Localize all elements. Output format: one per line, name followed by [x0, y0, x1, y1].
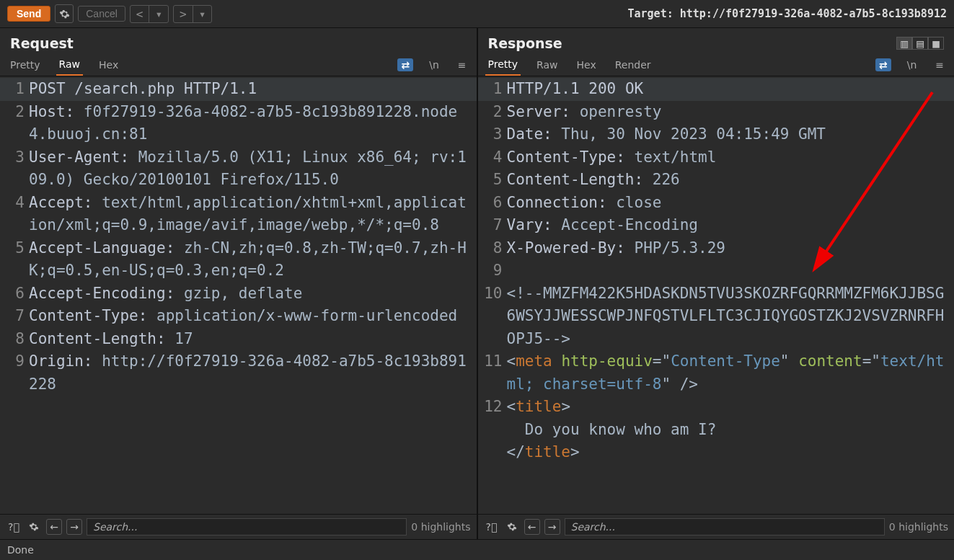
line-number: 8	[0, 328, 29, 351]
layout-columns-icon[interactable]: ▥	[896, 37, 912, 50]
code-content[interactable]: Accept: text/html,application/xhtml+xml,…	[29, 192, 477, 237]
layout-single-icon[interactable]: ■	[928, 37, 944, 50]
code-content[interactable]: Origin: http://f0f27919-326a-4082-a7b5-8…	[29, 350, 477, 396]
line-number: 11	[478, 350, 507, 373]
editor-line[interactable]: 7Content-Type: application/x-www-form-ur…	[0, 305, 477, 328]
editor-line[interactable]: 11<meta http-equiv="Content-Type" conten…	[478, 350, 955, 396]
code-content[interactable]: <meta http-equiv="Content-Type" content=…	[507, 350, 955, 396]
editor-line[interactable]: 3Date: Thu, 30 Nov 2023 04:15:49 GMT	[478, 123, 955, 146]
editor-line[interactable]: 3User-Agent: Mozilla/5.0 (X11; Linux x86…	[0, 146, 477, 192]
arrow-left-icon[interactable]: ←	[46, 519, 62, 535]
help-icon[interactable]: ?⃝	[484, 519, 500, 535]
dropdown-back-icon[interactable]: ▾	[149, 6, 168, 22]
editor-line[interactable]: 2Host: f0f27919-326a-4082-a7b5-8c193b891…	[0, 101, 477, 146]
chevron-left-icon[interactable]: <	[131, 6, 150, 22]
request-editor[interactable]: 1POST /search.php HTTP/1.12Host: f0f2791…	[0, 76, 477, 514]
inspector-icon[interactable]: ⇄	[397, 58, 413, 71]
editor-line[interactable]: 1HTTP/1.1 200 OK	[478, 78, 955, 101]
line-number: 4	[0, 192, 29, 215]
tab-hex[interactable]: Hex	[573, 55, 599, 75]
code-content[interactable]: User-Agent: Mozilla/5.0 (X11; Linux x86_…	[29, 146, 477, 192]
code-content[interactable]: Server: openresty	[507, 101, 955, 124]
editor-line[interactable]: 8X-Powered-By: PHP/5.3.29	[478, 237, 955, 260]
editor-line[interactable]: 7Vary: Accept-Encoding	[478, 214, 955, 237]
tab-pretty[interactable]: Pretty	[485, 54, 521, 76]
editor-line[interactable]: 10<!--MMZFM422K5HDASKDN5TVU3SKOZRFGQRRMM…	[478, 283, 955, 351]
tab-hex[interactable]: Hex	[96, 55, 121, 75]
inspector-icon[interactable]: ⇄	[875, 58, 891, 71]
code-content[interactable]: Accept-Encoding: gzip, deflate	[29, 283, 477, 306]
response-search-input[interactable]: Search...	[565, 518, 885, 535]
editor-line[interactable]: 9Origin: http://f0f27919-326a-4082-a7b5-…	[0, 350, 477, 396]
newline-icon[interactable]: \n	[426, 58, 442, 72]
line-number: 5	[478, 169, 507, 192]
line-number: 2	[0, 101, 29, 124]
arrow-right-icon[interactable]: →	[544, 519, 560, 535]
code-content[interactable]: <title> Do you know who am I? </title>	[507, 396, 955, 464]
line-number: 10	[478, 283, 507, 306]
tab-pretty[interactable]: Pretty	[7, 55, 43, 75]
editor-line[interactable]: 6Accept-Encoding: gzip, deflate	[0, 283, 477, 306]
code-content[interactable]: Content-Type: text/html	[507, 146, 955, 169]
status-bar: Done	[0, 539, 954, 560]
editor-line[interactable]: 5Content-Length: 226	[478, 169, 955, 192]
history-forward-group[interactable]: > ▾	[173, 5, 212, 23]
gear-icon[interactable]	[504, 519, 520, 535]
tab-render[interactable]: Render	[612, 55, 654, 75]
line-number: 9	[0, 350, 29, 373]
help-icon[interactable]: ?⃝	[6, 519, 22, 535]
hamburger-icon[interactable]: ≡	[932, 58, 947, 72]
dropdown-forward-icon[interactable]: ▾	[193, 6, 212, 22]
code-content[interactable]: POST /search.php HTTP/1.1	[29, 78, 477, 101]
send-button[interactable]: Send	[7, 6, 50, 22]
gear-icon[interactable]	[55, 4, 74, 23]
code-content[interactable]: Accept-Language: zh-CN,zh;q=0.8,zh-TW;q=…	[29, 237, 477, 283]
editor-line[interactable]: 8Content-Length: 17	[0, 328, 477, 351]
newline-icon[interactable]: \n	[904, 58, 920, 72]
code-content[interactable]: HTTP/1.1 200 OK	[507, 78, 955, 101]
editor-line[interactable]: 1POST /search.php HTTP/1.1	[0, 78, 477, 101]
cancel-button[interactable]: Cancel	[78, 6, 125, 22]
response-highlight-count: 0 highlights	[889, 521, 948, 533]
editor-line[interactable]: 4Content-Type: text/html	[478, 146, 955, 169]
line-number: 1	[0, 78, 29, 101]
history-back-group[interactable]: < ▾	[130, 5, 169, 23]
chevron-right-icon[interactable]: >	[174, 6, 193, 22]
line-number: 7	[478, 214, 507, 237]
editor-line[interactable]: 6Connection: close	[478, 192, 955, 215]
line-number: 8	[478, 237, 507, 260]
request-footbar: ?⃝ ← → Search... 0 highlights	[0, 514, 477, 539]
code-content[interactable]: Connection: close	[507, 192, 955, 215]
request-title: Request	[10, 35, 74, 51]
editor-line[interactable]: 9	[478, 259, 955, 283]
editor-line[interactable]: 4Accept: text/html,application/xhtml+xml…	[0, 192, 477, 237]
hamburger-icon[interactable]: ≡	[455, 58, 469, 72]
code-content[interactable]: Content-Type: application/x-www-form-url…	[29, 305, 477, 328]
tab-raw[interactable]: Raw	[534, 55, 560, 75]
code-content[interactable]: Host: f0f27919-326a-4082-a7b5-8c193b8912…	[29, 101, 477, 146]
code-content[interactable]: <!--MMZFM422K5HDASKDN5TVU3SKOZRFGQRRMMZF…	[507, 283, 955, 351]
request-panel: Request Pretty Raw Hex ⇄ \n ≡ 1POST /sea…	[0, 28, 478, 539]
target-label: Target: http://f0f27919-326a-4082-a7b5-8…	[627, 7, 947, 20]
tab-raw[interactable]: Raw	[56, 54, 83, 76]
editor-line[interactable]: 5Accept-Language: zh-CN,zh;q=0.8,zh-TW;q…	[0, 237, 477, 283]
arrow-right-icon[interactable]: →	[66, 519, 82, 535]
code-content[interactable]: Content-Length: 226	[507, 169, 955, 192]
layout-toggle[interactable]: ▥ ▤ ■	[896, 37, 944, 50]
editor-line[interactable]: 2Server: openresty	[478, 101, 955, 124]
line-number: 3	[478, 123, 507, 146]
code-content[interactable]: Vary: Accept-Encoding	[507, 214, 955, 237]
code-content[interactable]: X-Powered-By: PHP/5.3.29	[507, 237, 955, 260]
top-toolbar: Send Cancel < ▾ > ▾ Target: http://f0f27…	[0, 0, 954, 28]
gear-icon[interactable]	[26, 519, 42, 535]
response-panel: Response ▥ ▤ ■ Pretty Raw Hex Render ⇄ \…	[478, 28, 955, 539]
editor-line[interactable]: 12<title> Do you know who am I? </title>	[478, 396, 955, 464]
code-content[interactable]: Content-Length: 17	[29, 328, 477, 351]
request-search-input[interactable]: Search...	[87, 518, 407, 535]
layout-rows-icon[interactable]: ▤	[912, 37, 928, 50]
line-number: 6	[478, 192, 507, 215]
code-content[interactable]: Date: Thu, 30 Nov 2023 04:15:49 GMT	[507, 123, 955, 146]
line-number: 1	[478, 78, 507, 101]
arrow-left-icon[interactable]: ←	[524, 519, 540, 535]
response-editor[interactable]: 1HTTP/1.1 200 OK2Server: openresty3Date:…	[478, 76, 955, 514]
